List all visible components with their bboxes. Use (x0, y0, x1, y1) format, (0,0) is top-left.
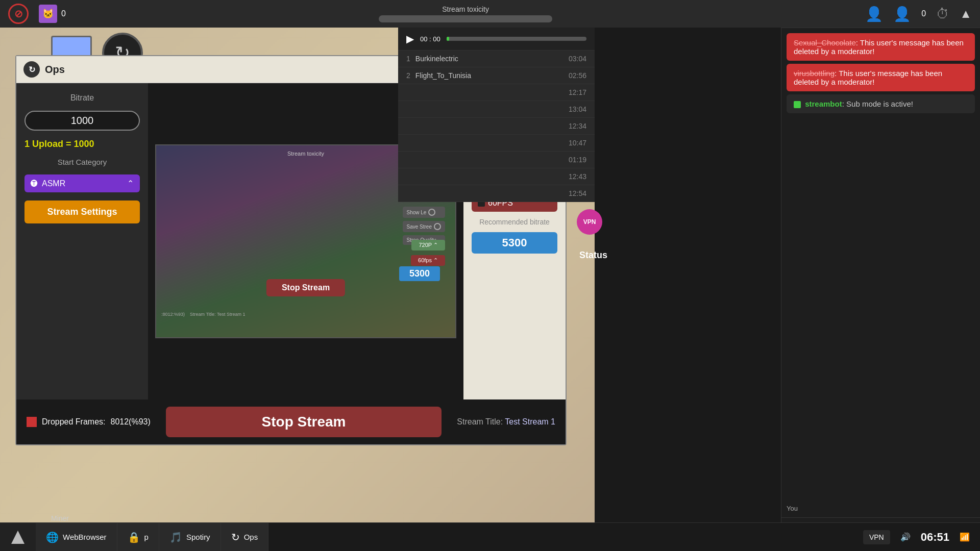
you-label: You (787, 505, 975, 512)
rec-bitrate-value: 5300 (472, 232, 557, 254)
ops-title-text: Ops (45, 64, 65, 76)
chat-message-deleted-1: Sexual_Chocolate: This user's message ha… (787, 33, 975, 61)
toxicity-label: Stream toxicity (442, 5, 489, 13)
taskbar-app-webbrowser[interactable]: 🌐 WebBrowser (36, 523, 117, 552)
item-name-1: Burkinelectric (415, 55, 458, 63)
viewer-count: 0 (921, 9, 926, 18)
stream-settings-button[interactable]: Stream Settings (24, 201, 140, 223)
item-num-1: 1 (406, 55, 410, 63)
clock-display: 06:51 (921, 531, 949, 544)
preview-stream-info: :8012:%93) Stream Title: Test Stream 1 (161, 312, 245, 317)
item-time-5: 12:34 (569, 122, 586, 130)
progress-bar[interactable] (447, 37, 586, 41)
os-logo-icon (10, 530, 26, 545)
item-time-2: 02:56 (569, 71, 586, 80)
taskbar-app-p[interactable]: 🔒 p (117, 523, 159, 552)
cat-icon-section: 🐱 0 (39, 5, 66, 23)
chat-message-deleted-2: virusbottling: This user's message has b… (787, 64, 975, 91)
ops-bottom-bar: Dropped Frames: 8012(%93) Stop Stream St… (16, 399, 566, 444)
category-select[interactable]: 🅣 ASMR ⌃ (24, 174, 140, 192)
playlist-item-3: 12:17 (398, 84, 595, 101)
cat-count: 0 (61, 9, 66, 18)
status-label: Status (579, 250, 607, 261)
volume-icon: 🔊 (900, 532, 911, 542)
stream-chat-panel: ▶ Stream Chat Sexual_Chocolate: This use… (781, 0, 980, 551)
category-chevron-icon: ⌃ (127, 179, 134, 188)
playlist-area: ▶ 00 : 00 1Burkinelectric 03:04 2Flight_… (398, 28, 595, 202)
svg-marker-0 (11, 531, 24, 544)
stop-stream-button[interactable]: Stop Stream (166, 407, 442, 437)
playlist-item-1: 1Burkinelectric 03:04 (398, 51, 595, 67)
stream-title-section: Stream Title: Test Stream 1 (457, 417, 555, 427)
p-app-icon: 🔒 (128, 531, 140, 543)
playlist-item-2: 2Flight_To_Tunisia 02:56 (398, 67, 595, 84)
preview-fps-select-inner: 60fps ⌃ (411, 255, 445, 266)
item-name-2: Flight_To_Tunisia (415, 71, 471, 80)
ops-taskbar-label: Ops (244, 533, 258, 541)
dropped-frames-value: 8012(%93) (111, 417, 151, 427)
toxicity-bar (379, 15, 552, 22)
item-time-4: 13:04 (569, 105, 586, 113)
ops-title-section: ↻ Ops (23, 61, 65, 78)
chat-message-bot: streambot: Sub mode is active! (787, 94, 975, 113)
playlist-item-9: 12:54 (398, 185, 595, 202)
cat-avatar: 🐱 (39, 5, 57, 23)
item-time-8: 12:43 (569, 172, 586, 181)
bitrate-label: Bitrate (24, 93, 140, 103)
spotiry-label: Spotiry (186, 533, 210, 541)
person-icon-red: 👤 (865, 6, 883, 22)
item-time-1: 03:04 (569, 55, 586, 63)
dropped-frames-section: Dropped Frames: 8012(%93) (27, 417, 151, 427)
dropped-frames-indicator (27, 417, 37, 427)
vpn-badge: VPN (863, 530, 890, 544)
preview-inner-buttons: Show Le Save Stree Stree Quality (403, 207, 445, 245)
rec-bitrate-label: Recommended bitrate (472, 218, 557, 226)
playlist-item-4: 13:04 (398, 101, 595, 118)
upload-info: 1 Upload = 1000 (24, 139, 140, 149)
item-num-2: 2 (406, 71, 410, 80)
playlist-controls: ▶ 00 : 00 (398, 28, 595, 51)
person-icon-gray: 👤 (893, 6, 911, 22)
chat-messages: Sexual_Chocolate: This user's message ha… (781, 28, 980, 517)
toxicity-icon: ⊘ (8, 4, 29, 24)
preview-quality-inner: 720P ⌃ (411, 240, 445, 251)
progress-fill (447, 37, 449, 41)
playlist-item-5: 12:34 (398, 118, 595, 135)
preview-fps-display: 5300 (399, 266, 440, 281)
bot-text: Sub mode is active! (846, 99, 913, 108)
item-time-9: 12:54 (569, 189, 586, 197)
taskbar-app-spotiry[interactable]: 🎵 Spotiry (159, 523, 221, 552)
start-category-label: Start Category (24, 158, 140, 166)
webbrowser-label: WebBrowser (63, 533, 107, 541)
miner-label: Miner (51, 514, 69, 522)
preview-stop-button-inner[interactable]: Stop Stream (266, 279, 345, 296)
playlist-item-7: 01:19 (398, 152, 595, 168)
item-time-6: 10:47 (569, 139, 586, 147)
arrow-up-icon: ▲ (960, 7, 972, 21)
deleted-username-1: Sexual_Chocolate (794, 38, 856, 47)
top-bar: ⊘ 🐱 0 Stream toxicity 👤 👤 0 ⏱ ▲ (0, 0, 980, 28)
deleted-username-2: virusbottling (794, 69, 835, 78)
toxicity-section: Stream toxicity (76, 5, 855, 22)
taskbar: 🌐 WebBrowser 🔒 p 🎵 Spotiry ↻ Ops VPN 🔊 0… (0, 522, 980, 551)
p-app-label: p (144, 533, 149, 541)
item-time-3: 12:17 (569, 88, 586, 96)
stream-title-label: Stream Title: (457, 417, 503, 426)
streambot-icon (794, 101, 801, 108)
ops-left-panel: Bitrate 1000 1 Upload = 1000 Start Categ… (16, 83, 148, 399)
vpn-circle-icon: VPN (577, 209, 602, 235)
taskbar-logo (0, 523, 36, 552)
ops-logo: ↻ (23, 61, 40, 78)
dropped-frames-label: Dropped Frames: (42, 417, 106, 427)
item-time-7: 01:19 (569, 156, 586, 164)
play-button[interactable]: ▶ (406, 33, 414, 45)
wifi-icon: 📶 (960, 532, 970, 542)
preview-inner-title: Stream toxicity (287, 151, 324, 157)
bot-username: streambot (805, 99, 842, 108)
time-display: 00 : 00 (420, 35, 440, 43)
webbrowser-icon: 🌐 (46, 531, 59, 543)
spotiry-icon: 🎵 (169, 531, 182, 543)
taskbar-app-ops[interactable]: ↻ Ops (221, 523, 269, 552)
ops-taskbar-icon: ↻ (231, 531, 240, 543)
bitrate-input[interactable]: 1000 (24, 111, 140, 131)
